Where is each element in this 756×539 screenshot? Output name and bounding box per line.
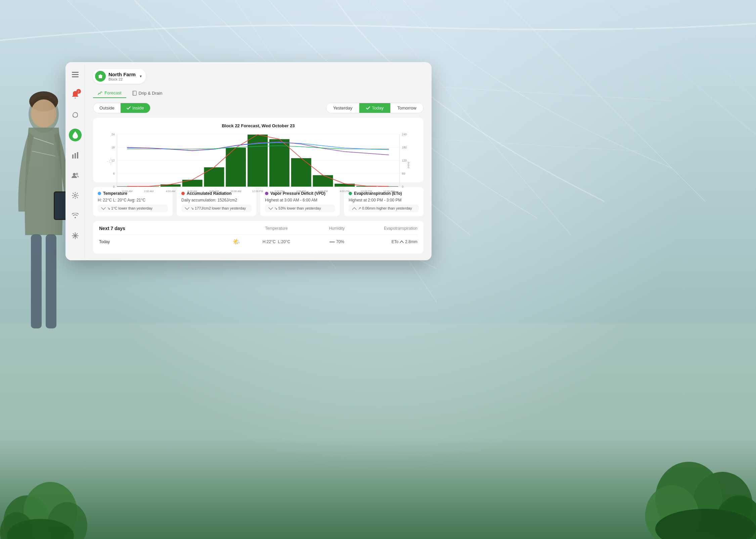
svg-point-31 — [73, 173, 76, 176]
time-toggle: Yesterday Today Tomorrow — [326, 103, 424, 113]
svg-text:120: 120 — [402, 159, 407, 162]
svg-text:12:00 AM: 12:00 AM — [384, 190, 395, 193]
farm-selector[interactable]: North Farm Block 22 ▾ — [93, 69, 146, 84]
controls-row: Outside Inside Yesterday Today Tomorrow — [93, 103, 424, 113]
next7-section: Next 7 days Temperature Humidity Evapotr… — [93, 221, 424, 254]
water-drop-icon[interactable] — [69, 129, 82, 141]
main-panel: 2 — [65, 62, 432, 260]
chart-area: 0 6 12 18 24 0 60 120 180 240 — [99, 131, 417, 196]
svg-text:24: 24 — [112, 133, 115, 136]
farm-block: Block 22 — [108, 77, 136, 81]
today-eto: ETo 2.8mm — [364, 239, 417, 244]
today-weather-icon: 🌤️ — [233, 238, 243, 245]
main-content: North Farm Block 22 ▾ Forecast Drip & Dr… — [85, 62, 432, 260]
svg-rect-28 — [72, 154, 74, 159]
today-button[interactable]: Today — [359, 103, 390, 113]
plants-left — [0, 405, 101, 539]
forecast-tab-icon — [98, 91, 102, 95]
svg-rect-27 — [72, 77, 79, 78]
yesterday-button[interactable]: Yesterday — [326, 103, 359, 113]
svg-rect-66 — [182, 180, 203, 186]
temperature-change: ↘ 1°C lower than yesterday — [98, 205, 168, 212]
drip-tab-icon — [132, 91, 137, 96]
eto-value: Highest at 2:00 PM - 3:00 PM — [349, 198, 419, 203]
eto-up-icon — [400, 240, 404, 243]
svg-rect-25 — [72, 72, 79, 73]
tab-forecast[interactable]: Forecast — [93, 88, 126, 98]
next7-title: Next 7 days — [99, 226, 243, 231]
humidity-bar-icon — [329, 241, 335, 242]
svg-text:8:00 PM: 8:00 PM — [340, 190, 350, 193]
svg-rect-11 — [31, 234, 42, 328]
svg-rect-30 — [77, 152, 78, 159]
today-humidity: 70% — [310, 239, 364, 244]
down-trend-icon-3 — [268, 207, 273, 210]
down-trend-icon — [101, 207, 106, 210]
tomorrow-button[interactable]: Tomorrow — [390, 103, 423, 113]
today-temp: H:22°C L:20°C — [243, 239, 310, 244]
leaf-icon[interactable] — [69, 108, 82, 121]
snowflake-icon[interactable] — [69, 229, 82, 242]
svg-text:4:00 AM: 4:00 AM — [166, 190, 175, 193]
svg-text:12:00 AM: 12:00 AM — [122, 190, 133, 193]
svg-text:12:00 PM: 12:00 PM — [252, 190, 263, 193]
chevron-down-icon: ▾ — [140, 74, 142, 79]
svg-text:10:00 PM: 10:00 PM — [361, 190, 372, 193]
svg-text:0: 0 — [113, 185, 115, 188]
chart-card: Block 22 Forecast, Wed October 23 0 6 — [93, 118, 424, 182]
farm-name-block: North Farm Block 22 — [108, 72, 136, 81]
col-humid-header: Humidity — [310, 226, 364, 231]
forecast-chart: 0 6 12 18 24 0 60 120 180 240 — [99, 131, 417, 196]
menu-icon[interactable] — [69, 68, 82, 81]
inside-button[interactable]: Inside — [121, 103, 150, 113]
eto-change: ↗ 0.06mm higher than yesterday — [349, 205, 419, 212]
svg-text:8:00 AM: 8:00 AM — [209, 190, 219, 193]
radiation-change: ↘ 177J/cm2 lower than yesterday — [181, 205, 252, 212]
up-trend-icon — [352, 207, 357, 210]
plants-right — [622, 371, 756, 539]
down-trend-icon-2 — [185, 207, 189, 210]
svg-rect-71 — [291, 158, 311, 187]
notification-badge: 2 — [76, 89, 81, 94]
chart-icon[interactable] — [69, 149, 82, 162]
gear-icon[interactable] — [69, 189, 82, 202]
header: North Farm Block 22 ▾ — [93, 69, 424, 84]
svg-point-14 — [31, 99, 56, 128]
tabs: Forecast Drip & Drain — [93, 88, 424, 98]
svg-rect-29 — [75, 153, 76, 159]
svg-rect-68 — [226, 148, 246, 187]
svg-text:240: 240 — [402, 133, 407, 136]
svg-text:0: 0 — [402, 185, 404, 188]
svg-rect-38 — [133, 91, 136, 95]
svg-text:2:00 PM: 2:00 PM — [274, 190, 284, 193]
svg-rect-12 — [46, 234, 56, 328]
next7-row-today: Today 🌤️ H:22°C L:20°C 70% ETo 2.8mm — [99, 234, 417, 249]
people-icon[interactable] — [69, 169, 82, 182]
notification-icon[interactable]: 2 — [69, 88, 82, 101]
today-check-icon — [366, 106, 370, 110]
svg-text:6: 6 — [113, 172, 115, 175]
svg-text:60: 60 — [402, 172, 405, 175]
check-icon — [127, 106, 131, 110]
next7-columns: Temperature Humidity Evapotranspiration — [243, 226, 417, 231]
chart-title: Block 22 Forecast, Wed October 23 — [99, 123, 417, 128]
svg-rect-70 — [269, 139, 290, 186]
tab-drip-drain[interactable]: Drip & Drain — [128, 88, 167, 98]
svg-rect-72 — [313, 175, 333, 187]
vpd-value: Highest at 3:00 AM - 6:00 AM — [265, 198, 335, 203]
svg-rect-26 — [72, 74, 79, 75]
svg-text:18: 18 — [112, 146, 115, 149]
col-evapo-header: Evapotranspiration — [364, 226, 417, 231]
svg-text:10:00 AM: 10:00 AM — [230, 190, 241, 193]
farm-name: North Farm — [108, 72, 136, 77]
location-toggle: Outside Inside — [93, 103, 150, 113]
svg-rect-73 — [335, 184, 355, 187]
svg-text:4:00 PM: 4:00 PM — [296, 190, 306, 193]
wifi-icon[interactable] — [69, 209, 82, 222]
sidebar: 2 — [65, 62, 85, 260]
next7-header: Next 7 days Temperature Humidity Evapotr… — [99, 226, 417, 231]
svg-text:6:00 AM: 6:00 AM — [187, 190, 197, 193]
svg-point-32 — [76, 173, 78, 175]
col-temp-header: Temperature — [243, 226, 310, 231]
outside-button[interactable]: Outside — [93, 103, 121, 113]
